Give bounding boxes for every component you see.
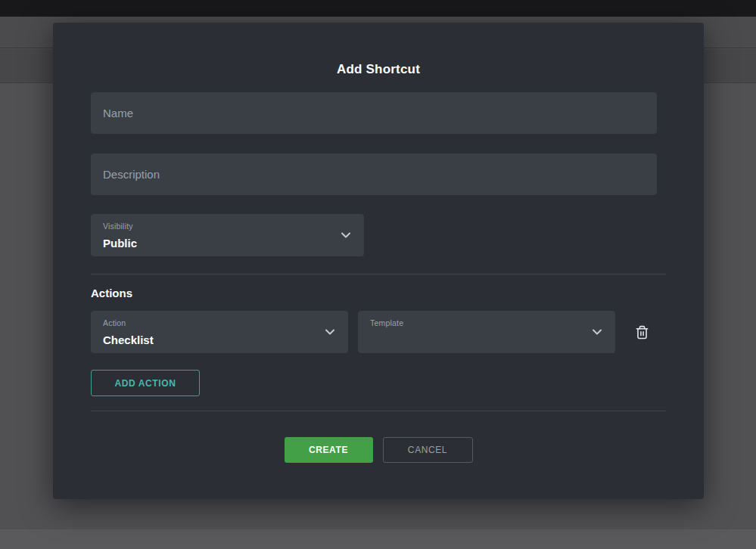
visibility-select-value: Public	[103, 237, 137, 250]
template-select[interactable]: Template	[358, 311, 615, 353]
background-footer-band	[0, 529, 756, 549]
action-select[interactable]: Action Checklist	[91, 311, 348, 353]
visibility-select[interactable]: Visibility Public	[91, 214, 364, 256]
action-select-value: Checklist	[103, 333, 154, 346]
footer-divider	[91, 411, 666, 411]
action-select-label: Action	[103, 318, 126, 327]
dialog-footer: CREATE CANCEL	[53, 437, 704, 463]
template-select-label: Template	[370, 318, 403, 327]
cancel-button[interactable]: CANCEL	[383, 437, 473, 463]
background-topbar	[0, 0, 756, 17]
chevron-down-icon	[590, 324, 605, 340]
section-divider	[91, 274, 666, 274]
description-input[interactable]	[91, 154, 657, 195]
create-button[interactable]: CREATE	[285, 437, 373, 463]
visibility-select-label: Visibility	[103, 222, 133, 231]
chevron-down-icon	[338, 228, 353, 243]
trash-icon	[635, 325, 649, 340]
dialog-title: Add Shortcut	[53, 61, 704, 78]
add-shortcut-dialog: Add Shortcut Visibility Public Actions A…	[53, 23, 704, 499]
name-input[interactable]	[91, 92, 657, 134]
chevron-down-icon	[322, 324, 338, 340]
add-action-button[interactable]: ADD ACTION	[91, 370, 200, 396]
actions-section-heading: Actions	[91, 287, 132, 299]
delete-action-button[interactable]	[630, 320, 654, 344]
